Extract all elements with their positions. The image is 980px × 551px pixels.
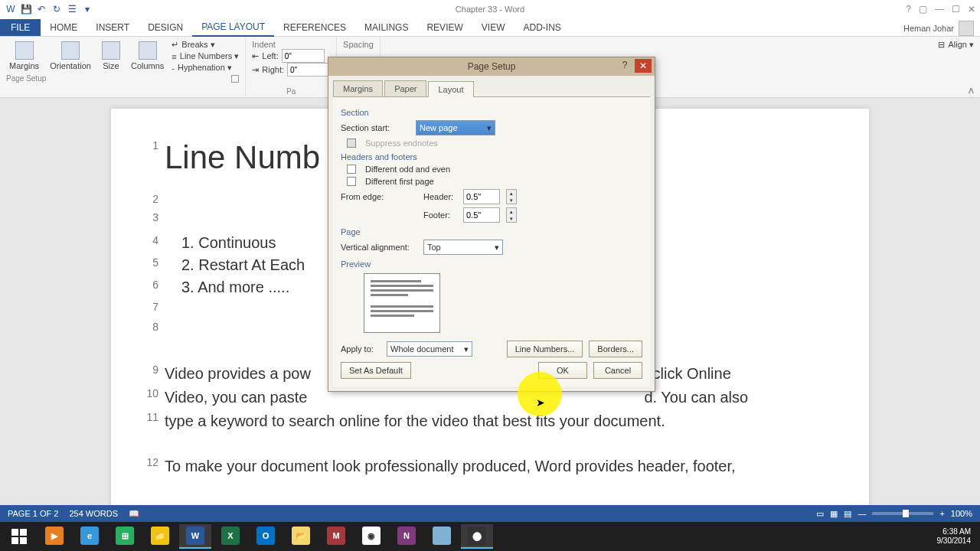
section-start-select[interactable]: New page (416, 120, 495, 135)
first-page-checkbox[interactable] (347, 177, 356, 186)
svg-rect-3 (20, 537, 27, 544)
taskbar-ie[interactable]: e (74, 524, 106, 549)
file-tab[interactable]: FILE (0, 19, 41, 36)
dialog-help-icon[interactable]: ? (618, 60, 632, 73)
minimize-icon[interactable]: — (935, 4, 944, 15)
dialog-title: Page Setup (468, 61, 516, 72)
tab-references[interactable]: REFERENCES (274, 19, 355, 36)
taskbar-clock[interactable]: 6:38 AM 9/30/2014 (937, 527, 978, 546)
taskbar-word[interactable]: W (179, 524, 211, 549)
tab-view[interactable]: VIEW (472, 19, 514, 36)
footer-distance-input[interactable] (463, 207, 500, 223)
view-print-icon[interactable]: ▦ (830, 509, 838, 519)
page-setup-launcher[interactable] (231, 75, 239, 83)
undo-icon[interactable]: ↶ (35, 3, 47, 15)
word-icon: W (5, 3, 17, 15)
header-distance-input[interactable] (463, 189, 500, 204)
taskbar-app2[interactable]: ⬤ (461, 524, 493, 549)
apply-to-select[interactable]: Whole document (387, 341, 472, 357)
size-button[interactable]: Size (99, 40, 123, 73)
set-as-default-button[interactable]: Set As Default (341, 362, 411, 379)
tab-review[interactable]: REVIEW (417, 19, 472, 36)
tab-home[interactable]: HOME (41, 19, 87, 36)
line-numbers-button[interactable]: Line Numbers... (507, 341, 583, 357)
tab-mailings[interactable]: MAILINGS (355, 19, 417, 36)
zoom-in-icon[interactable]: + (939, 509, 944, 518)
taskbar-media[interactable]: ▶ (38, 524, 70, 549)
tab-design[interactable]: DESIGN (139, 19, 192, 36)
taskbar: ▶ e ⊞ 📁 W X O 📂 M ◉ N ⬤ 6:38 AM 9/30/201… (0, 522, 980, 551)
tab-layout[interactable]: Layout (428, 81, 473, 97)
tab-insert[interactable]: INSERT (87, 19, 139, 36)
margins-button[interactable]: Margins (6, 40, 42, 73)
tab-addins[interactable]: ADD-INS (514, 19, 570, 36)
taskbar-outlook[interactable]: O (250, 524, 282, 549)
help-icon[interactable]: ? (906, 4, 911, 15)
taskbar-onenote[interactable]: N (390, 524, 423, 549)
line-numbers-button[interactable]: ≡Line Numbers ▾ (172, 51, 239, 61)
taskbar-app1[interactable] (426, 524, 458, 549)
view-web-icon[interactable]: ▤ (844, 509, 851, 519)
breaks-button[interactable]: ↵Breaks ▾ (172, 40, 239, 50)
maximize-icon[interactable]: ☐ (952, 4, 960, 15)
group-indent: Indent ⇤Left: ⇥Right: Pa (246, 37, 337, 97)
svg-rect-2 (11, 537, 18, 544)
columns-button[interactable]: Columns (128, 40, 167, 73)
close-icon[interactable]: ✕ (968, 4, 975, 15)
window-controls: ? ▢ — ☐ ✕ (906, 4, 975, 15)
group-label-paragraph: Pa (252, 86, 330, 96)
cancel-button[interactable]: Cancel (593, 362, 642, 379)
orientation-icon (61, 41, 80, 60)
dialog-body: Section Section start: New page Suppress… (333, 96, 650, 386)
qat-more-icon[interactable]: ▾ (81, 3, 93, 15)
preview-box (364, 273, 440, 333)
redo-icon[interactable]: ↻ (51, 3, 63, 15)
dialog-title-bar[interactable]: Page Setup ? ✕ (328, 57, 655, 76)
hyphenation-icon: ‐ (172, 64, 175, 73)
header-spinner[interactable]: ▴▾ (506, 189, 517, 204)
suppress-endnotes-checkbox (347, 139, 356, 148)
columns-icon (139, 41, 157, 60)
orientation-button[interactable]: Orientation (47, 40, 94, 73)
ok-button[interactable]: OK (538, 362, 587, 379)
title-bar: W 💾 ↶ ↻ ☰ ▾ Chapter 33 - Word ? ▢ — ☐ ✕ (0, 0, 980, 18)
avatar (959, 21, 974, 36)
breaks-icon: ↵ (172, 40, 178, 50)
dialog-close-icon[interactable]: ✕ (635, 59, 652, 73)
taskbar-store[interactable]: ⊞ (109, 524, 141, 549)
start-button[interactable] (3, 524, 35, 549)
tab-paper[interactable]: Paper (384, 80, 426, 96)
tab-margins[interactable]: Margins (333, 80, 383, 96)
hyphenation-button[interactable]: ‐Hyphenation ▾ (172, 63, 239, 73)
svg-rect-0 (11, 529, 18, 536)
taskbar-files[interactable]: 📁 (144, 524, 176, 549)
zoom-level[interactable]: 100% (951, 509, 972, 518)
borders-button[interactable]: Borders... (589, 341, 642, 357)
indent-left-input[interactable] (282, 49, 325, 63)
window-title: Chapter 33 - Word (456, 5, 524, 14)
view-read-icon[interactable]: ▭ (816, 509, 824, 519)
align-button[interactable]: ⊟Align ▾ (938, 40, 974, 50)
word-count[interactable]: 254 WORDS (69, 509, 118, 518)
footer-spinner[interactable]: ▴▾ (506, 207, 517, 223)
zoom-out-icon[interactable]: — (858, 509, 866, 518)
collapse-ribbon-icon[interactable]: ᐱ (969, 86, 974, 95)
user-area[interactable]: Heman Johar (903, 21, 980, 36)
indent-right-input[interactable] (287, 63, 330, 77)
taskbar-chrome[interactable]: ◉ (355, 524, 387, 549)
proofing-icon[interactable]: 📖 (129, 509, 139, 519)
page-count[interactable]: PAGE 1 OF 2 (8, 509, 58, 518)
svg-rect-1 (20, 529, 27, 536)
page-setup-dialog: Page Setup ? ✕ Margins Paper Layout Sect… (328, 57, 655, 392)
save-icon[interactable]: 💾 (20, 3, 32, 15)
tab-page-layout[interactable]: PAGE LAYOUT (192, 18, 274, 37)
ribbon-options-icon[interactable]: ▢ (919, 4, 927, 15)
vertical-alignment-select[interactable]: Top (423, 240, 503, 255)
taskbar-explorer[interactable]: 📂 (285, 524, 317, 549)
taskbar-excel[interactable]: X (214, 524, 247, 549)
align-icon: ⊟ (938, 40, 945, 50)
size-icon (102, 41, 120, 60)
touch-mode-icon[interactable]: ☰ (66, 3, 78, 15)
odd-even-checkbox[interactable] (347, 165, 356, 174)
taskbar-access[interactable]: M (320, 524, 352, 549)
